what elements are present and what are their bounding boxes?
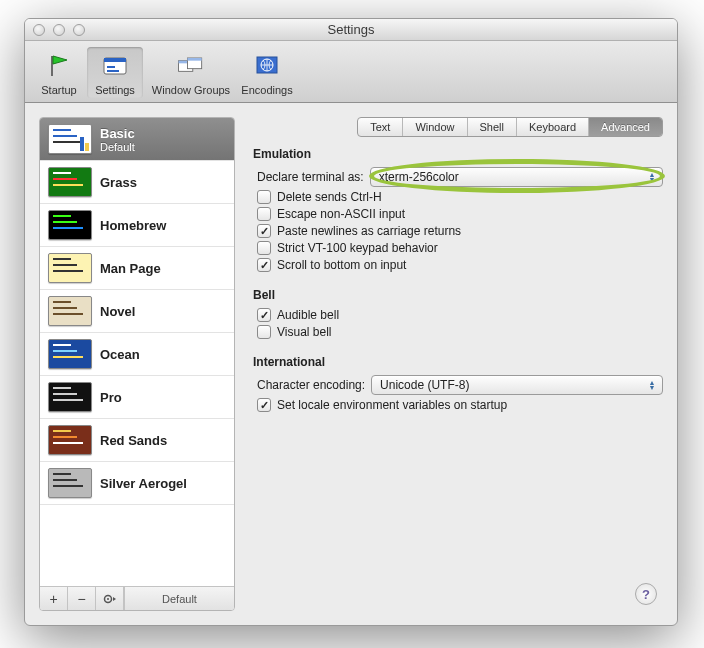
toolbar-encodings[interactable]: Encodings (239, 47, 295, 98)
svg-rect-3 (107, 66, 115, 68)
profile-name: Silver Aerogel (100, 476, 187, 491)
emulation-option-checkbox[interactable] (257, 258, 271, 272)
profile-item[interactable]: Silver Aerogel (40, 462, 234, 505)
emulation-option-label: Strict VT-100 keypad behavior (277, 241, 438, 255)
emulation-option-checkbox[interactable] (257, 207, 271, 221)
svg-point-12 (107, 598, 109, 600)
emulation-option-checkbox[interactable] (257, 190, 271, 204)
encoding-label: Character encoding: (257, 378, 365, 392)
help-button[interactable]: ? (635, 583, 657, 605)
emulation-option-checkbox[interactable] (257, 224, 271, 238)
window-title: Settings (25, 22, 677, 37)
chevron-updown-icon: ▲▼ (646, 378, 658, 392)
section-international-title: International (253, 355, 663, 369)
settings-content: TextWindowShellKeyboardAdvanced Emulatio… (249, 117, 663, 611)
emulation-option-label: Escape non-ASCII input (277, 207, 405, 221)
profile-thumbnail (48, 296, 92, 326)
profile-name: Red Sands (100, 433, 167, 448)
emulation-option-label: Delete sends Ctrl-H (277, 190, 382, 204)
tab-keyboard[interactable]: Keyboard (517, 118, 589, 136)
profile-item[interactable]: Red Sands (40, 419, 234, 462)
profile-thumbnail (48, 253, 92, 283)
profile-item[interactable]: Pro (40, 376, 234, 419)
profile-item[interactable]: Grass (40, 161, 234, 204)
titlebar[interactable]: Settings (25, 19, 677, 41)
svg-rect-2 (104, 58, 126, 62)
flag-icon (43, 50, 75, 82)
toolbar-startup[interactable]: Startup (31, 47, 87, 98)
locale-checkbox[interactable] (257, 398, 271, 412)
profile-thumbnail (48, 468, 92, 498)
profile-subtitle: Default (100, 141, 135, 153)
profiles-sidebar: BasicDefaultGrassHomebrewMan PageNovelOc… (39, 117, 235, 611)
tab-advanced[interactable]: Advanced (589, 118, 662, 136)
bell-option-label: Visual bell (277, 325, 331, 339)
profile-item[interactable]: Homebrew (40, 204, 234, 247)
tab-shell[interactable]: Shell (468, 118, 517, 136)
tab-window[interactable]: Window (403, 118, 467, 136)
profile-actions-button[interactable] (96, 587, 124, 610)
gear-icon (102, 592, 118, 606)
bell-option-checkbox[interactable] (257, 308, 271, 322)
encoding-select[interactable]: Unicode (UTF-8) ▲▼ (371, 375, 663, 395)
emulation-option-label: Scroll to bottom on input (277, 258, 406, 272)
profile-item[interactable]: Ocean (40, 333, 234, 376)
globe-icon (251, 50, 283, 82)
profile-thumbnail (48, 382, 92, 412)
toolbar: Startup Settings Window Groups Encodings (25, 41, 677, 103)
window-groups-icon (175, 50, 207, 82)
profile-list[interactable]: BasicDefaultGrassHomebrewMan PageNovelOc… (40, 118, 234, 586)
toolbar-window-groups[interactable]: Window Groups (143, 47, 239, 98)
profile-thumbnail (48, 425, 92, 455)
traffic-lights (25, 24, 85, 36)
profile-thumbnail (48, 339, 92, 369)
settings-window: Settings Startup Settings Window Groups … (24, 18, 678, 626)
bell-option-checkbox[interactable] (257, 325, 271, 339)
section-emulation-title: Emulation (253, 147, 663, 161)
svg-rect-4 (107, 70, 119, 72)
toolbar-settings[interactable]: Settings (87, 47, 143, 98)
close-icon[interactable] (33, 24, 45, 36)
remove-profile-button[interactable]: − (68, 587, 96, 610)
profile-thumbnail (48, 124, 92, 154)
profile-thumbnail (48, 167, 92, 197)
chevron-updown-icon: ▲▼ (646, 170, 658, 184)
terminal-settings-icon (99, 50, 131, 82)
declare-terminal-select[interactable]: xterm-256color ▲▼ (370, 167, 663, 187)
emulation-option-label: Paste newlines as carriage returns (277, 224, 461, 238)
profile-name: Grass (100, 175, 137, 190)
profile-name: Novel (100, 304, 135, 319)
profile-name: Basic (100, 126, 135, 141)
profile-name: Man Page (100, 261, 161, 276)
tabs: TextWindowShellKeyboardAdvanced (249, 117, 663, 137)
sidebar-footer: + − Default (40, 586, 234, 610)
declare-terminal-label: Declare terminal as: (257, 170, 364, 184)
minimize-icon[interactable] (53, 24, 65, 36)
profile-item[interactable]: BasicDefault (40, 118, 234, 161)
profile-name: Homebrew (100, 218, 166, 233)
section-bell-title: Bell (253, 288, 663, 302)
profile-item[interactable]: Novel (40, 290, 234, 333)
profile-name: Pro (100, 390, 122, 405)
bell-option-label: Audible bell (277, 308, 339, 322)
emulation-option-checkbox[interactable] (257, 241, 271, 255)
add-profile-button[interactable]: + (40, 587, 68, 610)
profile-name: Ocean (100, 347, 140, 362)
tab-text[interactable]: Text (358, 118, 403, 136)
locale-label: Set locale environment variables on star… (277, 398, 507, 412)
zoom-icon[interactable] (73, 24, 85, 36)
profile-thumbnail (48, 210, 92, 240)
set-default-button[interactable]: Default (124, 587, 234, 610)
profile-item[interactable]: Man Page (40, 247, 234, 290)
svg-rect-8 (187, 58, 201, 61)
